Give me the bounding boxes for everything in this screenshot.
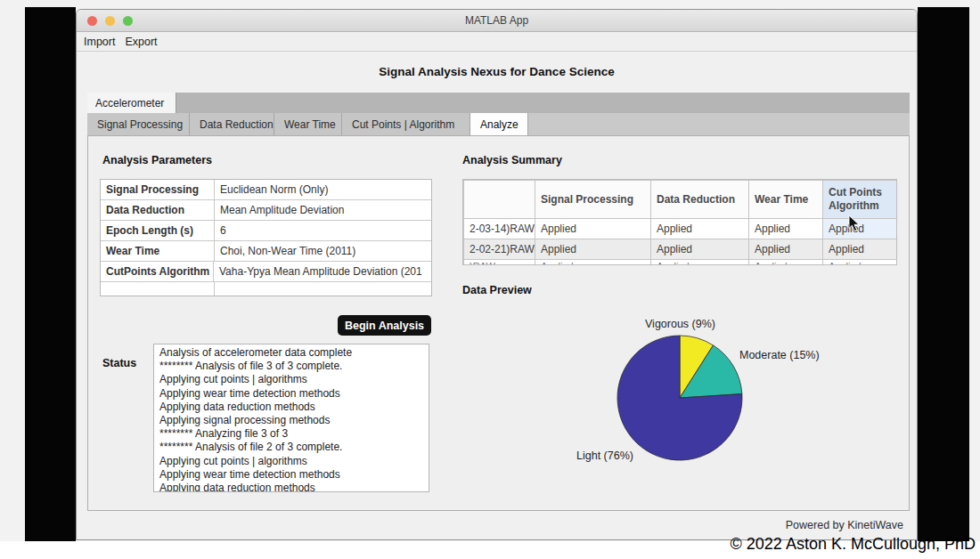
summary-cell-file[interactable]: )RAW xyxy=(464,260,535,266)
mouse-cursor-icon xyxy=(848,215,861,232)
summary-cell[interactable]: Applied xyxy=(535,219,651,239)
analysis-summary-heading: Analysis Summary xyxy=(462,154,562,166)
matlab-app-window: MATLAB App Import Export Signal Analysis… xyxy=(76,9,918,540)
screenshot-stage: MATLAB App Import Export Signal Analysis… xyxy=(0,0,980,559)
tab-analyze[interactable]: Analyze xyxy=(470,113,528,135)
summary-cell[interactable]: Applied xyxy=(749,219,823,239)
analyze-tab-panel: Analysis Parameters Signal Processing Eu… xyxy=(87,135,910,511)
letterbox-left xyxy=(25,7,76,541)
status-line: Applying cut points | algorithms xyxy=(159,455,423,468)
summary-cell[interactable]: Applied xyxy=(651,219,749,239)
summary-cell-file[interactable]: 2-02-21)RAW xyxy=(464,239,535,260)
summary-row-1[interactable]: 2-03-14)RAW Applied Applied Applied Appl… xyxy=(464,219,898,239)
summary-cell[interactable]: Applied xyxy=(535,260,651,266)
param-row-cutpoints-algorithm[interactable]: CutPoints Algorithm Vaha-Ypya Mean Ampli… xyxy=(101,262,431,282)
tab-strip-sub: Signal Processing Data Reduction Wear Ti… xyxy=(87,113,910,135)
pie-label-vigorous: Vigorous (9%) xyxy=(645,318,715,330)
status-line: Applying signal processing methods xyxy=(159,414,423,427)
tab-signal-processing[interactable]: Signal Processing xyxy=(87,113,190,135)
status-log-textarea[interactable]: Analysis of accelerometer data complete … xyxy=(153,344,429,492)
param-value[interactable]: Euclidean Norm (Only) xyxy=(215,180,431,199)
status-label: Status xyxy=(102,357,136,369)
summary-col-file[interactable] xyxy=(464,181,535,219)
pie-label-light: Light (76%) xyxy=(576,450,633,462)
tab-cut-points-algorithm[interactable]: Cut Points | Algorithm xyxy=(342,113,470,135)
summary-cell[interactable]: Applied xyxy=(651,260,749,266)
summary-col-data-reduction[interactable]: Data Reduction xyxy=(651,181,749,219)
summary-cell[interactable]: Applied xyxy=(535,239,651,260)
summary-cell[interactable]: Applied xyxy=(651,239,749,260)
pie-label-moderate: Moderate (15%) xyxy=(739,349,820,361)
status-line: Applying wear time detection methods xyxy=(159,387,423,401)
summary-cell-file[interactable]: 2-03-14)RAW xyxy=(464,219,535,239)
param-label: Data Reduction xyxy=(101,200,215,220)
summary-cell[interactable]: Applied xyxy=(823,260,898,266)
summary-col-cut-points-algorithm[interactable]: Cut Points Algorithm xyxy=(823,181,898,219)
status-line: Applying cut points | algorithms xyxy=(159,373,423,386)
param-row-signal-processing[interactable]: Signal Processing Euclidean Norm (Only) xyxy=(101,180,431,200)
copyright-text: © 2022 Aston K. McCullough, PhD xyxy=(731,535,976,554)
status-line: Applying wear time detection methods xyxy=(159,468,423,482)
param-value-empty xyxy=(215,282,431,296)
param-value[interactable]: Mean Amplitude Deviation xyxy=(215,200,431,220)
param-value[interactable]: Vaha-Ypya Mean Amplitude Deviation (201 xyxy=(214,262,431,281)
param-row-data-reduction[interactable]: Data Reduction Mean Amplitude Deviation xyxy=(101,200,431,221)
status-line: Applying data reduction methods xyxy=(159,401,423,414)
tab-wear-time[interactable]: Wear Time xyxy=(274,113,342,135)
param-label: CutPoints Algorithm xyxy=(101,262,214,281)
param-label: Epoch Length (s) xyxy=(101,221,215,240)
status-line: ******** Analyzing file 3 of 3 xyxy=(159,427,423,441)
summary-cell[interactable]: Applied xyxy=(823,239,898,260)
param-value[interactable]: 6 xyxy=(215,221,431,240)
status-line: Applying data reduction methods xyxy=(159,482,423,492)
summary-col-signal-processing[interactable]: Signal Processing xyxy=(535,181,651,219)
activity-pie-chart xyxy=(616,334,744,462)
param-row-epoch-length[interactable]: Epoch Length (s) 6 xyxy=(101,221,431,241)
tab-accelerometer[interactable]: Accelerometer xyxy=(87,93,176,113)
summary-cell[interactable]: Applied xyxy=(749,239,823,260)
summary-header-row: Signal Processing Data Reduction Wear Ti… xyxy=(464,181,898,219)
analysis-parameters-table[interactable]: Signal Processing Euclidean Norm (Only) … xyxy=(100,179,432,296)
status-line: ******** Analysis of file 3 of 3 complet… xyxy=(159,360,423,373)
analysis-summary-table[interactable]: Signal Processing Data Reduction Wear Ti… xyxy=(462,179,897,265)
param-label: Wear Time xyxy=(101,241,215,261)
param-label-empty xyxy=(101,282,215,296)
begin-analysis-button[interactable]: Begin Analysis xyxy=(338,315,431,336)
status-line: Analysis of accelerometer data complete xyxy=(159,346,423,360)
tab-data-reduction[interactable]: Data Reduction xyxy=(190,113,274,135)
letterbox-right xyxy=(918,7,969,541)
data-preview-heading: Data Preview xyxy=(462,284,532,296)
menu-export[interactable]: Export xyxy=(125,36,157,48)
summary-row-2[interactable]: 2-02-21)RAW Applied Applied Applied Appl… xyxy=(464,239,898,260)
param-label: Signal Processing xyxy=(101,180,215,199)
summary-col-wear-time[interactable]: Wear Time xyxy=(749,181,823,219)
analysis-parameters-heading: Analysis Parameters xyxy=(102,154,212,166)
powered-by-text: Powered by KinetiWave xyxy=(786,519,903,531)
title-bar[interactable]: MATLAB App xyxy=(77,10,917,32)
menu-import[interactable]: Import xyxy=(84,36,115,48)
summary-cell[interactable]: Applied xyxy=(749,260,823,266)
summary-row-3-clipped[interactable]: )RAW Applied Applied Applied Applied xyxy=(464,260,898,266)
app-title: Signal Analysis Nexus for Dance Science xyxy=(77,65,917,78)
param-row-empty xyxy=(101,282,431,296)
status-line: ******** Analysis of file 2 of 3 complet… xyxy=(159,441,423,454)
tab-strip-top: Accelerometer xyxy=(87,93,910,113)
menu-bar: Import Export xyxy=(77,33,917,52)
param-row-wear-time[interactable]: Wear Time Choi, Non-Wear Time (2011) xyxy=(101,241,431,262)
window-title: MATLAB App xyxy=(77,14,917,27)
param-value[interactable]: Choi, Non-Wear Time (2011) xyxy=(215,241,431,261)
